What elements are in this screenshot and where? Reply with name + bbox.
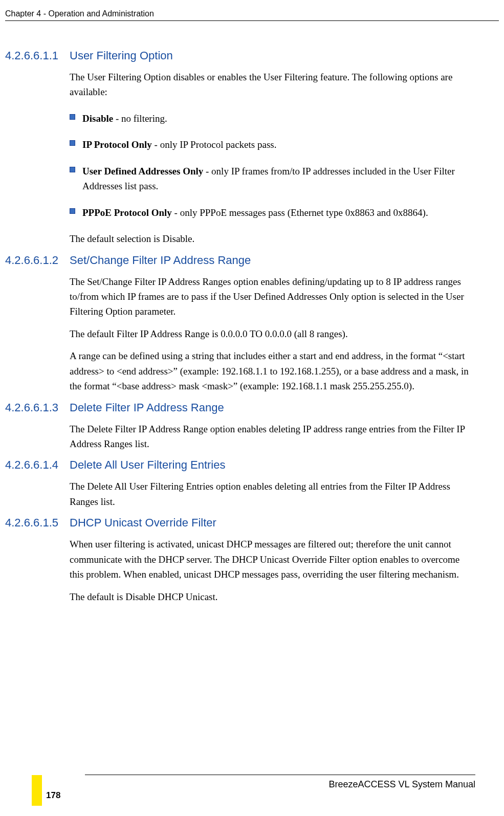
section-heading-5: 4.2.6.6.1.5 DHCP Unicast Override Filter [5, 516, 475, 530]
bullet-rest: - only PPPoE messages pass (Ethernet typ… [172, 207, 428, 218]
section-body-3: The Delete Filter IP Address Range optio… [70, 422, 475, 452]
section-body-2: The Set/Change Filter IP Address Ranges … [70, 274, 475, 394]
bullet-text: PPPoE Protocol Only - only PPPoE message… [82, 205, 428, 220]
section-heading-1: 4.2.6.6.1.1 User Filtering Option [5, 49, 475, 62]
paragraph: The default is Disable DHCP Unicast. [70, 589, 475, 604]
section-number: 4.2.6.6.1.2 [5, 254, 70, 267]
manual-title: BreezeACCESS VL System Manual [329, 779, 475, 790]
section-title: Delete All User Filtering Entries [70, 458, 225, 472]
page-tab [32, 775, 42, 806]
bullet-item: User Defined Addresses Only - only IP fr… [70, 164, 475, 194]
paragraph: The default Filter IP Address Range is 0… [70, 326, 475, 341]
section-number: 4.2.6.6.1.1 [5, 49, 70, 62]
paragraph: A range can be defined using a string th… [70, 348, 475, 393]
bullet-item: PPPoE Protocol Only - only PPPoE message… [70, 205, 475, 220]
paragraph: The default selection is Disable. [70, 231, 475, 246]
bullet-text: Disable - no filtering. [82, 111, 167, 126]
bullet-item: Disable - no filtering. [70, 111, 475, 126]
section-body-1: The User Filtering Option disables or en… [70, 70, 475, 247]
bullet-bold: PPPoE Protocol Only [82, 207, 172, 218]
section-heading-4: 4.2.6.6.1.4 Delete All User Filtering En… [5, 458, 475, 472]
section-number: 4.2.6.6.1.3 [5, 401, 70, 414]
section-body-4: The Delete All User Filtering Entries op… [70, 479, 475, 509]
page: Chapter 4 - Operation and Administration… [0, 0, 504, 816]
bullet-text: User Defined Addresses Only - only IP fr… [82, 164, 473, 194]
section-number: 4.2.6.6.1.5 [5, 516, 70, 530]
bullet-item: IP Protocol Only - only IP Protocol pack… [70, 137, 475, 152]
paragraph: The Delete All User Filtering Entries op… [70, 479, 475, 509]
section-title: Set/Change Filter IP Address Range [70, 254, 251, 267]
bullet-rest: - only IP Protocol packets pass. [152, 139, 277, 150]
bullet-bold: Disable [82, 113, 113, 124]
bullet-icon [70, 208, 75, 214]
section-heading-3: 4.2.6.6.1.3 Delete Filter IP Address Ran… [5, 401, 475, 414]
section-number: 4.2.6.6.1.4 [5, 458, 70, 472]
bullet-rest: - no filtering. [113, 113, 167, 124]
footer-rule [85, 775, 475, 775]
section-title: User Filtering Option [70, 49, 173, 62]
section-heading-2: 4.2.6.6.1.2 Set/Change Filter IP Address… [5, 254, 475, 267]
section-title: DHCP Unicast Override Filter [70, 516, 216, 530]
chapter-title: Chapter 4 - Operation and Administration [5, 9, 499, 21]
paragraph: The Set/Change Filter IP Address Ranges … [70, 274, 475, 319]
bullet-icon [70, 167, 75, 172]
paragraph: When user filtering is activated, unicas… [70, 537, 475, 582]
footer-row: 178 BreezeACCESS VL System Manual [5, 779, 475, 801]
paragraph: The Delete Filter IP Address Range optio… [70, 422, 475, 452]
page-header: Chapter 4 - Operation and Administration [5, 9, 499, 21]
bullet-text: IP Protocol Only - only IP Protocol pack… [82, 137, 276, 152]
bullet-bold: User Defined Addresses Only [82, 166, 203, 177]
section-body-5: When user filtering is activated, unicas… [70, 537, 475, 604]
page-number: 178 [46, 790, 60, 801]
section-title: Delete Filter IP Address Range [70, 401, 224, 414]
bullet-icon [70, 140, 75, 146]
bullet-icon [70, 114, 75, 120]
paragraph: The User Filtering Option disables or en… [70, 70, 475, 100]
page-footer: 178 BreezeACCESS VL System Manual [5, 775, 475, 801]
content: 4.2.6.6.1.1 User Filtering Option The Us… [5, 46, 475, 611]
bullet-bold: IP Protocol Only [82, 139, 152, 150]
